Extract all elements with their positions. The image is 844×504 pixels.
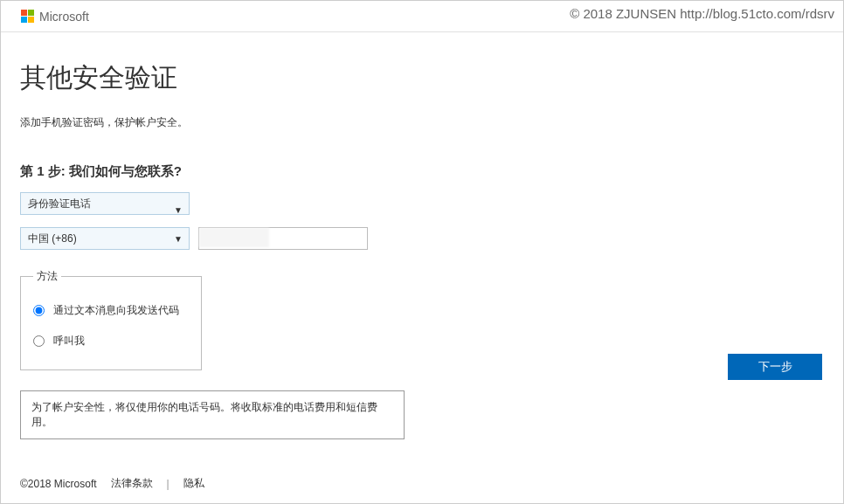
sms-radio[interactable]	[33, 305, 45, 316]
step-title: 第 1 步: 我们如何与您联系?	[20, 163, 824, 180]
page-subtitle: 添加手机验证密码，保护帐户安全。	[20, 115, 824, 130]
footer-copyright: ©2018 Microsoft	[20, 478, 97, 490]
method-option-call[interactable]: 呼叫我	[33, 334, 189, 349]
sms-radio-label: 通过文本消息向我发送代码	[53, 303, 179, 318]
microsoft-logo-icon	[20, 10, 34, 24]
footer-divider: |	[167, 478, 169, 490]
main-content: 其他安全验证 添加手机验证密码，保护帐户安全。 第 1 步: 我们如何与您联系?…	[1, 32, 843, 370]
method-fieldset: 方法 通过文本消息向我发送代码 呼叫我	[20, 269, 202, 370]
contact-method-select[interactable]: 身份验证电话	[20, 192, 190, 215]
country-code-value: 中国 (+86)	[28, 231, 77, 246]
watermark-text: © 2018 ZJUNSEN http://blog.51cto.com/rds…	[570, 6, 834, 21]
contact-method-value: 身份验证电话	[28, 197, 91, 211]
footer-legal-link[interactable]: 法律条款	[111, 476, 153, 491]
call-radio[interactable]	[33, 335, 45, 347]
footer: ©2018 Microsoft 法律条款 | 隐私	[20, 476, 204, 491]
notice-box: 为了帐户安全性，将仅使用你的电话号码。将收取标准的电话费用和短信费用。	[20, 390, 405, 439]
footer-privacy-link[interactable]: 隐私	[183, 476, 204, 491]
redacted-overlay	[199, 228, 269, 247]
method-option-sms[interactable]: 通过文本消息向我发送代码	[33, 303, 189, 318]
page-title: 其他安全验证	[20, 60, 824, 96]
call-radio-label: 呼叫我	[53, 334, 85, 349]
method-legend: 方法	[33, 269, 61, 284]
country-code-select[interactable]: 中国 (+86)	[20, 227, 190, 250]
brand-text: Microsoft	[39, 10, 89, 24]
next-button[interactable]: 下一步	[728, 354, 822, 380]
